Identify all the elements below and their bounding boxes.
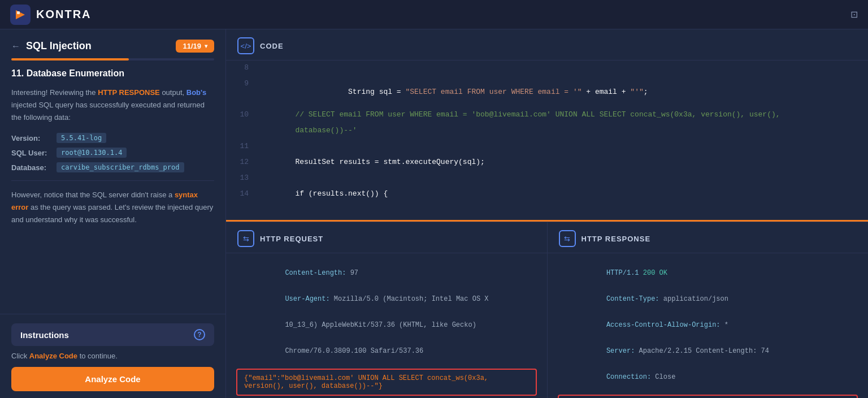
line-num-10: 10 bbox=[226, 107, 254, 122]
database-row: Database: carvibe_subscriber_rdbms_prod bbox=[11, 162, 214, 172]
http-response-highlight-box: {"success":"false","email":"bob@livemail… bbox=[558, 395, 858, 398]
back-arrow-icon[interactable]: ← bbox=[11, 41, 20, 51]
database-label: Database: bbox=[11, 163, 52, 172]
help-icon: ? bbox=[194, 329, 205, 340]
expand-icon[interactable]: ⊡ bbox=[850, 10, 858, 19]
code-line-10b: 10 database())--' bbox=[226, 123, 868, 139]
line-num-13: 13 bbox=[226, 171, 254, 185]
sqluser-value: root@10.130.1.4 bbox=[57, 148, 127, 158]
lesson-title: 11. Database Enumeration bbox=[11, 68, 214, 79]
main-layout: ← SQL Injection 11/19 ▾ 11. Database Enu… bbox=[0, 29, 868, 398]
sqluser-row: SQL User: root@10.130.1.4 bbox=[11, 148, 214, 158]
lesson-paragraph-1: Interesting! Reviewing the HTTP RESPONSE… bbox=[11, 86, 214, 124]
code-line-13: 13 bbox=[226, 171, 868, 187]
database-value: carvibe_subscriber_rdbms_prod bbox=[57, 162, 184, 172]
http-resp-line-2: Content-Type: application/json bbox=[558, 287, 858, 311]
version-label: Version: bbox=[11, 134, 52, 142]
http-request-panel: ⇆ HTTP REQUEST Content-Length: 97 User-A… bbox=[226, 222, 547, 398]
instructions-label: Instructions bbox=[20, 330, 69, 340]
http-resp-line-4: Server: Apache/2.2.15 Content-Length: 74 bbox=[558, 339, 858, 363]
code-line-12: 12 ResultSet results = stmt.executeQuery… bbox=[226, 155, 868, 171]
version-row: Version: 5.5.41-log bbox=[11, 133, 214, 143]
badge-label: 11/19 bbox=[183, 42, 201, 50]
code-panel-title: CODE bbox=[260, 42, 284, 50]
http-req-line-4: Chrome/76.0.3809.100 Safari/537.36 bbox=[236, 339, 537, 363]
http-resp-line-5: Connection: Close bbox=[558, 365, 858, 389]
code-line-11: 11 bbox=[226, 139, 868, 155]
right-main: </> CODE 8 9 String sql = "SELECT email … bbox=[226, 29, 868, 398]
progress-bar-bg bbox=[11, 58, 214, 60]
analyze-code-link[interactable]: Analyze Code bbox=[29, 352, 77, 360]
http-request-highlight-text: {"email":"bob@livemail.com' UNION ALL SE… bbox=[244, 374, 492, 390]
code-line-8: 8 bbox=[226, 60, 868, 76]
code-panel-header: </> CODE bbox=[226, 29, 868, 60]
bobs-highlight: Bob's bbox=[186, 88, 207, 97]
click-text: Click Analyze Code to continue. bbox=[11, 352, 214, 360]
code-line-9: 9 String sql = "SELECT email FROM user W… bbox=[226, 76, 868, 107]
sidebar: ← SQL Injection 11/19 ▾ 11. Database Enu… bbox=[0, 29, 226, 398]
http-resp-line-1: HTTP/1.1 200 OK bbox=[558, 261, 858, 285]
lesson-badge-dropdown[interactable]: 11/19 ▾ bbox=[176, 40, 214, 53]
http-request-title: HTTP REQUEST bbox=[260, 235, 323, 243]
sidebar-divider bbox=[11, 180, 214, 181]
analyze-code-button[interactable]: Analyze Code bbox=[11, 367, 214, 391]
line-num-12: 12 bbox=[226, 155, 254, 169]
http-request-icon: ⇆ bbox=[237, 230, 254, 247]
topnav-right: ⊡ bbox=[850, 9, 858, 20]
logo-text: KONTRA bbox=[36, 8, 92, 21]
http-request-body: Content-Length: 97 User-Agent: Mozilla/5… bbox=[226, 253, 547, 398]
http-request-header: ⇆ HTTP REQUEST bbox=[226, 222, 547, 253]
logo-area: KONTRA bbox=[10, 5, 92, 25]
code-line-14: 14 if (results.next()) { bbox=[226, 187, 868, 202]
logo-icon bbox=[10, 5, 31, 25]
http-response-body: HTTP/1.1 200 OK Content-Type: applicatio… bbox=[548, 253, 869, 398]
instructions-area: Instructions ? Click Analyze Code to con… bbox=[0, 314, 225, 398]
http-response-panel: ⇆ HTTP RESPONSE HTTP/1.1 200 OK Content-… bbox=[547, 222, 869, 398]
http-response-title: HTTP RESPONSE bbox=[581, 235, 651, 243]
syntax-error-highlight: syntax error bbox=[11, 191, 198, 211]
svg-rect-2 bbox=[17, 11, 20, 14]
chevron-down-icon: ▾ bbox=[205, 43, 207, 49]
sidebar-header: ← SQL Injection 11/19 ▾ bbox=[0, 29, 225, 58]
line-num-9: 9 bbox=[226, 76, 254, 90]
line-num-8: 8 bbox=[226, 60, 254, 75]
code-icon: </> bbox=[237, 37, 254, 54]
sidebar-content: 11. Database Enumeration Interesting! Re… bbox=[0, 68, 225, 314]
http-response-highlight: HTTP RESPONSE bbox=[98, 88, 160, 97]
lesson-paragraph-2: However, notice that the SQL server didn… bbox=[11, 189, 214, 226]
http-resp-line-3: Access-Control-Allow-Origin: * bbox=[558, 313, 858, 337]
sqluser-label: SQL User: bbox=[11, 149, 52, 157]
progress-bar-fill bbox=[11, 58, 129, 60]
sidebar-title: SQL Injection bbox=[26, 40, 92, 52]
line-num-11: 11 bbox=[226, 139, 254, 153]
http-response-icon: ⇆ bbox=[559, 230, 576, 247]
http-req-line-3: 10_13_6) AppleWebKit/537.36 (KHTML, like… bbox=[236, 313, 537, 337]
code-panel: </> CODE 8 9 String sql = "SELECT email … bbox=[226, 29, 868, 222]
http-req-line-1: Content-Length: 97 bbox=[236, 261, 537, 285]
http-req-line-2: User-Agent: Mozilla/5.0 (Macintosh; Inte… bbox=[236, 287, 537, 311]
http-request-highlight-box: {"email":"bob@livemail.com' UNION ALL SE… bbox=[236, 369, 537, 396]
instructions-button[interactable]: Instructions ? bbox=[11, 323, 214, 346]
progress-bar-container bbox=[0, 58, 225, 68]
code-line-10: 10 // SELECT email FROM user WHERE email… bbox=[226, 107, 868, 123]
line-num-14: 14 bbox=[226, 187, 254, 201]
topnav: KONTRA ⊡ bbox=[0, 0, 868, 29]
code-body: 8 9 String sql = "SELECT email FROM user… bbox=[226, 60, 868, 222]
bottom-panels: ⇆ HTTP REQUEST Content-Length: 97 User-A… bbox=[226, 222, 868, 398]
version-value: 5.5.41-log bbox=[57, 133, 106, 143]
back-title: ← SQL Injection bbox=[11, 40, 92, 52]
http-response-header: ⇆ HTTP RESPONSE bbox=[548, 222, 869, 253]
